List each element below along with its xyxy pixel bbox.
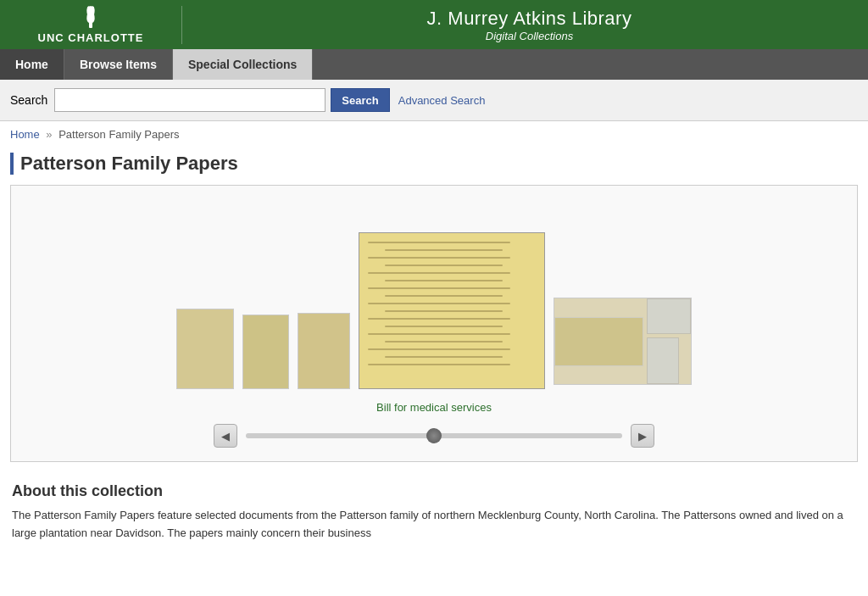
nav-browse-items[interactable]: Browse Items [64,49,173,80]
thumbnail-right-pair [647,298,691,384]
thumbnail-right-group [554,298,692,385]
navigation: Home Browse Items Special Collections [0,49,868,80]
breadcrumb-current: Patterson Family Papers [58,128,179,141]
search-label: Search [10,93,47,107]
thumbnail-item-6[interactable] [647,337,679,384]
thumbnail-item-5[interactable] [647,298,691,334]
slider-thumb[interactable] [426,428,442,443]
page-title: Patterson Family Papers [10,153,858,175]
slider-next-button[interactable]: ▶ [631,424,654,448]
svg-point-2 [86,6,97,24]
thumbnail-item-1[interactable] [176,309,234,389]
about-title: About this collection [12,482,856,500]
thumbnail-item-4[interactable] [554,317,643,366]
breadcrumb-home[interactable]: Home [10,128,40,141]
breadcrumb: Home » Patterson Family Papers [0,121,868,148]
atkins-logo: J. Murrey Atkins Library Digital Collect… [182,8,860,42]
slider-track[interactable] [246,433,622,438]
image-strip [28,203,840,389]
search-button[interactable]: Search [331,88,389,112]
search-input[interactable] [54,88,326,112]
thumbnail-item-2[interactable] [242,315,289,389]
atkins-library-name: J. Murrey Atkins Library [427,8,632,30]
unc-name-text: UNC CHARLOTTE [38,31,144,44]
svg-rect-3 [89,21,92,28]
nav-special-collections[interactable]: Special Collections [173,49,313,80]
page-title-container: Patterson Family Papers [0,148,868,185]
about-text: The Patterson Family Papers feature sele… [12,507,856,543]
thumbnail-main[interactable] [359,232,545,389]
doc-lines [368,242,536,380]
slider-prev-button[interactable]: ◀ [214,424,237,448]
image-caption: Bill for medical services [376,401,492,414]
unc-logo: UNC CHARLOTTE [8,6,182,44]
advanced-search-link[interactable]: Advanced Search [398,94,486,107]
breadcrumb-separator: » [46,128,52,141]
nav-home[interactable]: Home [0,49,64,80]
header: UNC CHARLOTTE J. Murrey Atkins Library D… [0,0,868,49]
image-viewer: Bill for medical services ◀ ▶ [10,185,858,462]
about-section: About this collection The Patterson Fami… [0,476,868,560]
atkins-subtitle: Digital Collections [486,30,573,42]
thumbnail-item-3[interactable] [298,313,350,389]
unc-logo-icon [70,6,112,30]
search-bar: Search Search Advanced Search [0,80,868,121]
slider-control: ◀ ▶ [214,424,654,448]
